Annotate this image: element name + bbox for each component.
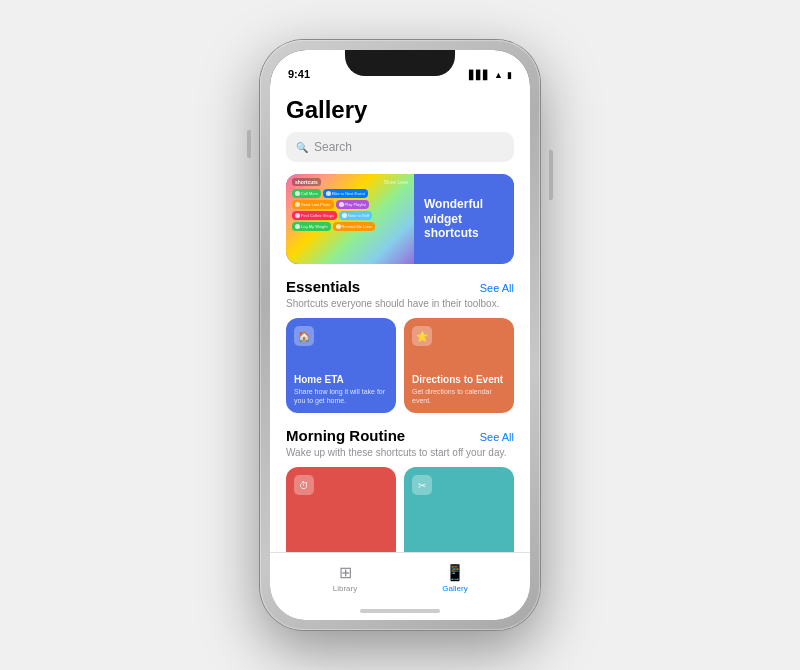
status-time: 9:41 (288, 68, 310, 80)
phone-shell: 9:41 ▋▋▋ ▲ ▮ Gallery 🔍 Search (260, 40, 540, 630)
morning-card-red-icon: ⏱ (294, 475, 314, 495)
home-eta-icon: 🏠 (294, 326, 314, 346)
morning-card-red[interactable]: ⏱ (286, 467, 396, 552)
shortcut-chip: Find Coffee Shops (292, 211, 337, 220)
home-bar (360, 609, 440, 613)
essentials-desc: Shortcuts everyone should have in their … (286, 297, 514, 310)
shortcut-chip: Log My Weight (292, 222, 331, 231)
section-header-essentials: Essentials See All (286, 278, 514, 295)
shortcut-chip: Send Last Photo (292, 200, 334, 209)
tab-gallery[interactable]: 📱 Gallery (400, 563, 510, 593)
shortcut-chip: Note to Self (339, 211, 372, 220)
chip-dot (342, 213, 347, 218)
chip-text: Send Last Photo (301, 202, 331, 207)
screen-content: Gallery 🔍 Search shortcuts Show Less (270, 84, 530, 620)
morning-routine-title: Morning Routine (286, 427, 405, 444)
home-indicator (270, 602, 530, 620)
shortcut-row-1: Call Mom Bike to Next Event (292, 189, 408, 198)
featured-banner[interactable]: shortcuts Show Less Call Mom Bike to Nex… (286, 174, 514, 264)
tab-library[interactable]: ⊞ Library (290, 563, 400, 593)
morning-card-teal-icon: ✂ (412, 475, 432, 495)
featured-right: Wonderful widget shortcuts (414, 174, 514, 264)
scroll-area: Gallery 🔍 Search shortcuts Show Less (270, 84, 530, 552)
chip-dot (295, 213, 300, 218)
chip-dot (326, 191, 331, 196)
featured-left: shortcuts Show Less Call Mom Bike to Nex… (286, 174, 414, 264)
chip-text: Log My Weight (301, 224, 328, 229)
home-eta-desc: Share how long it will take for you to g… (294, 387, 388, 405)
wifi-icon: ▲ (494, 70, 503, 80)
morning-routine-see-all[interactable]: See All (480, 431, 514, 443)
chip-text: Find Coffee Shops (301, 213, 334, 218)
shortcut-chip: Remind Me Later (333, 222, 376, 231)
section-header-morning: Morning Routine See All (286, 427, 514, 444)
home-eta-content: Home ETA Share how long it will take for… (294, 370, 388, 405)
search-icon: 🔍 (296, 142, 308, 153)
shortcuts-label: shortcuts (292, 178, 321, 186)
chip-dot (295, 224, 300, 229)
phone-screen-bezel: 9:41 ▋▋▋ ▲ ▮ Gallery 🔍 Search (270, 50, 530, 620)
essentials-cards: 🏠 Home ETA Share how long it will take f… (286, 318, 514, 413)
shortcut-chip: Play Playlist (336, 200, 370, 209)
shortcut-chip: Call Mom (292, 189, 321, 198)
essentials-title: Essentials (286, 278, 360, 295)
search-bar[interactable]: 🔍 Search (286, 132, 514, 162)
home-eta-card[interactable]: 🏠 Home ETA Share how long it will take f… (286, 318, 396, 413)
status-icons: ▋▋▋ ▲ ▮ (469, 70, 512, 80)
notch (345, 50, 455, 76)
featured-header: shortcuts Show Less (292, 178, 408, 186)
directions-event-icon: ⭐ (412, 326, 432, 346)
home-eta-title: Home ETA (294, 374, 388, 385)
directions-event-card[interactable]: ⭐ Directions to Event Get directions to … (404, 318, 514, 413)
gallery-label: Gallery (442, 584, 467, 593)
battery-icon: ▮ (507, 70, 512, 80)
essentials-section: Essentials See All Shortcuts everyone sh… (286, 278, 514, 413)
signal-icon: ▋▋▋ (469, 70, 490, 80)
chip-text: Bike to Next Event (332, 191, 365, 196)
shortcut-row-2: Send Last Photo Play Playlist (292, 200, 408, 209)
chip-dot (295, 191, 300, 196)
gallery-icon: 📱 (445, 563, 465, 582)
morning-routine-desc: Wake up with these shortcuts to start of… (286, 446, 514, 459)
morning-routine-cards: ⏱ ✂ (286, 467, 514, 552)
directions-event-title: Directions to Event (412, 374, 506, 385)
tab-bar: ⊞ Library 📱 Gallery (270, 552, 530, 602)
directions-event-desc: Get directions to calendar event. (412, 387, 506, 405)
chip-dot (336, 224, 341, 229)
chip-dot (295, 202, 300, 207)
directions-event-content: Directions to Event Get directions to ca… (412, 370, 506, 405)
chip-text: Note to Self (348, 213, 369, 218)
search-placeholder: Search (314, 140, 352, 154)
page-title: Gallery (286, 96, 514, 124)
chip-text: Remind Me Later (342, 224, 373, 229)
chip-text: Play Playlist (345, 202, 367, 207)
morning-routine-section: Morning Routine See All Wake up with the… (286, 427, 514, 552)
essentials-see-all[interactable]: See All (480, 282, 514, 294)
chip-text: Call Mom (301, 191, 318, 196)
library-label: Library (333, 584, 357, 593)
shortcut-chip: Bike to Next Event (323, 189, 368, 198)
featured-right-title: Wonderful widget shortcuts (424, 197, 504, 240)
morning-card-teal[interactable]: ✂ (404, 467, 514, 552)
chip-dot (339, 202, 344, 207)
show-less-label: Show Less (384, 179, 408, 185)
shortcut-row-3: Find Coffee Shops Note to Self (292, 211, 408, 220)
library-icon: ⊞ (339, 563, 352, 582)
shortcut-row-4: Log My Weight Remind Me Later (292, 222, 408, 231)
